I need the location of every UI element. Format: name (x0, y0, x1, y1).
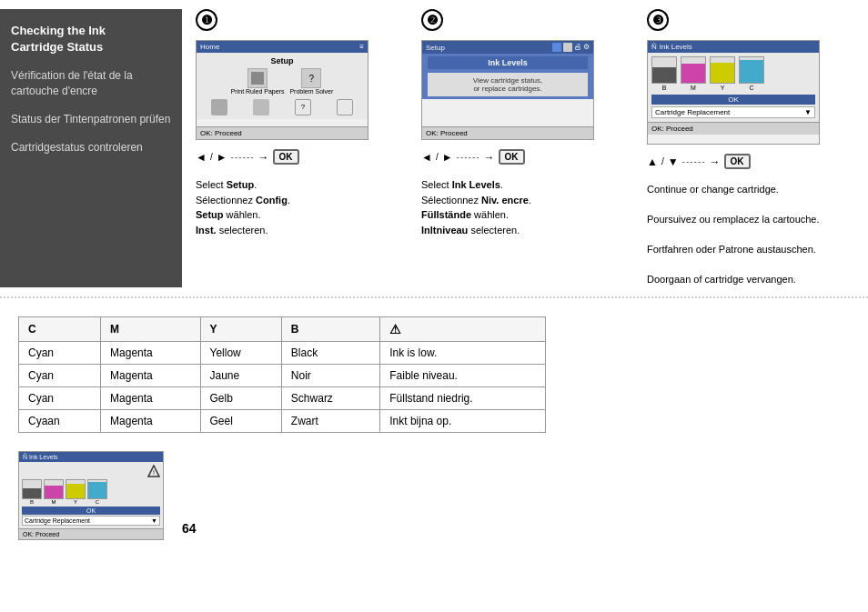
table-cell-0-2: Yellow (200, 341, 281, 364)
bottom-image-section: Ñ Ink Levels ! B (0, 442, 868, 549)
step-1-screen: Home ≡ Setup Print Ruled Papers (196, 40, 368, 140)
screen1-footer: OK: Proceed (197, 126, 368, 139)
page: Checking the Ink Cartridge Status Vérifi… (0, 0, 868, 612)
step-2-screen: Setup 🖨 ⚙ Ink Levels View cartridge stat… (421, 40, 594, 140)
steps-area: ❶ Home ≡ Setup (182, 9, 868, 287)
cartridge-row: Cartridge Replacement ▼ (651, 106, 815, 118)
step1-left-arrow: ◄ (196, 151, 207, 164)
col-m: M (101, 316, 200, 341)
screen3-footer: OK: Proceed (648, 122, 819, 135)
svg-text:!: ! (153, 469, 155, 476)
ok-bar: OK (651, 95, 815, 105)
table-cell-1-3: Noir (281, 364, 379, 386)
screen2-menu-title: Ink Levels (428, 56, 588, 69)
step-1-number: ❶ (196, 9, 217, 31)
table-row: CyanMagentaYellowBlackInk is low. (19, 341, 546, 364)
table-cell-0-0: Cyan (19, 341, 101, 364)
small-ink-levels-screen: Ñ Ink Levels ! B (18, 451, 164, 540)
step2-text: Select Ink Levels. Sélectionnez Niv. enc… (421, 177, 629, 237)
step3-ok: OK (724, 154, 751, 169)
screen2-footer: OK: Proceed (422, 126, 593, 139)
screen2-body: Ink Levels View cartridge status, or rep… (422, 54, 593, 99)
small-cartridge-row: Cartridge Replacement ▼ (22, 516, 160, 526)
table-cell-1-1: Magenta (101, 364, 200, 386)
small-screen-header: Ñ Ink Levels (19, 452, 163, 462)
top-section: Checking the Ink Cartridge Status Vérifi… (0, 0, 868, 298)
table-cell-0-3: Black (281, 341, 379, 364)
col-y: Y (200, 316, 281, 341)
small-ink-bars: B M Y (22, 479, 160, 505)
small-screen-body: ! B M (19, 462, 163, 528)
sidebar-item-french: Vérification de l'état de la cartouche d… (11, 68, 171, 99)
step1-ok: OK (273, 149, 299, 165)
table-cell-3-2: Geel (200, 409, 281, 432)
screen2-header: Setup 🖨 ⚙ (422, 41, 593, 54)
ink-bar-m (681, 56, 706, 84)
sidebar: Checking the Ink Cartridge Status Vérifi… (0, 9, 182, 287)
small-bar-y (66, 479, 86, 499)
table-row: CyanMagentaJauneNoirFaible niveau. (19, 364, 546, 386)
page-number: 64 (182, 521, 197, 540)
screen1-menu-item2: ? Problem Solver (289, 68, 333, 95)
table-cell-0-4: Ink is low. (380, 341, 546, 364)
table-cell-3-3: Zwart (281, 409, 379, 432)
step3-up-arrow: ▲ (647, 156, 658, 168)
sidebar-item-german: Status der Tintenpatronen prüfen (11, 112, 171, 127)
step3-down-arrow: ▼ (668, 156, 679, 168)
table-row: CyaanMagentaGeelZwartInkt bijna op. (19, 409, 546, 432)
step-2: ❷ Setup 🖨 ⚙ Ink Levels (421, 9, 629, 287)
small-bar-m (44, 479, 64, 499)
step2-nav: ◄ / ► ------ → OK (421, 149, 629, 165)
screen2-menu-subtitle: View cartridge status, or replace cartri… (428, 73, 588, 96)
table-cell-3-1: Magenta (101, 409, 200, 432)
table-cell-0-1: Magenta (101, 341, 200, 364)
small-bar-c (87, 479, 107, 499)
step1-right-arrow: ► (217, 151, 227, 164)
ink-bar-c (739, 56, 764, 84)
bottom-section: C M Y B ⚠ CyanMagentaYellowBlackInk is l… (0, 307, 868, 442)
sidebar-title: Checking the Ink Cartridge Status (11, 23, 171, 55)
screen1-menu-title: Setup (200, 56, 364, 65)
table-cell-1-2: Jaune (200, 364, 281, 386)
step1-text: Select Setup. Sélectionnez Config. Setup… (196, 177, 403, 237)
step-3-screen: Ñ Ink Levels B (647, 40, 820, 145)
table-cell-1-4: Faible niveau. (380, 364, 546, 386)
table-cell-2-3: Schwarz (281, 386, 379, 409)
table-header-row: C M Y B ⚠ (19, 316, 546, 341)
col-b: B (281, 316, 379, 341)
screen1-body: Setup Print Ruled Papers ? (197, 53, 368, 119)
sidebar-item-dutch: Cartridgestatus controleren (11, 140, 171, 156)
step1-nav: ◄ / ► ------ → OK (196, 149, 403, 165)
table-cell-2-0: Cyan (19, 386, 101, 409)
small-bar-b (22, 479, 42, 499)
step3-nav: ▲ / ▼ ------ → OK (647, 154, 854, 169)
step3-text: Continue or change cartridge. Poursuivez… (647, 182, 854, 287)
table-cell-2-4: Füllstand niedrig. (380, 386, 546, 409)
ink-bars: B M (651, 56, 815, 91)
step-3: ❸ Ñ Ink Levels B (647, 9, 854, 287)
step-1: ❶ Home ≡ Setup (196, 9, 403, 287)
screen3-body: B M (648, 53, 819, 122)
table-cell-2-2: Gelb (200, 386, 281, 409)
ink-table: C M Y B ⚠ CyanMagentaYellowBlackInk is l… (18, 316, 546, 433)
col-c: C (19, 316, 101, 341)
table-cell-2-1: Magenta (101, 386, 200, 409)
screen3-header: Ñ Ink Levels (648, 41, 819, 53)
warning-icon: ⚠ (389, 322, 401, 336)
small-screen-footer: OK: Proceed (19, 528, 163, 539)
screen1-header: Home ≡ (197, 41, 368, 53)
table-row: CyanMagentaGelbSchwarzFüllstand niedrig. (19, 386, 546, 409)
table-cell-3-4: Inkt bijna op. (380, 409, 546, 432)
step-3-number: ❸ (647, 9, 669, 31)
step2-right-arrow: ► (442, 151, 453, 164)
screen1-menu-item1: Print Ruled Papers (231, 68, 285, 95)
ink-bar-b (651, 56, 677, 84)
step2-left-arrow: ◄ (421, 151, 432, 164)
ink-bar-y (710, 56, 735, 84)
small-ok-bar: OK (22, 507, 160, 515)
step-2-number: ❷ (421, 9, 443, 31)
col-warning: ⚠ (380, 316, 546, 341)
step2-ok: OK (499, 149, 525, 165)
table-cell-1-0: Cyan (19, 364, 101, 386)
table-cell-3-0: Cyaan (19, 409, 101, 432)
